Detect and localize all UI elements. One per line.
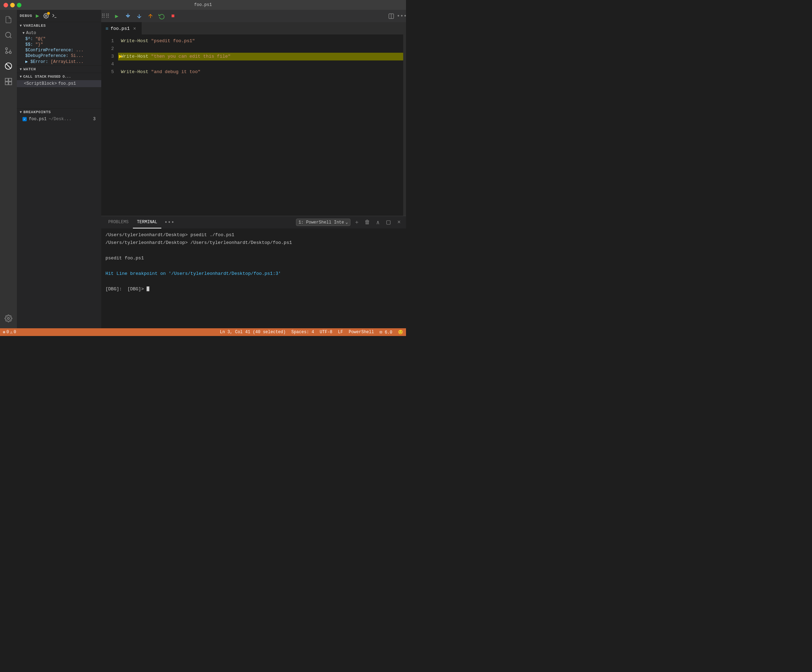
code-line-1: Write-Host "psedit foo.ps1"	[118, 37, 403, 45]
gear-badge	[47, 12, 50, 15]
variables-header[interactable]: ▼ VARIABLES	[17, 22, 101, 29]
terminal-selector[interactable]: 1: PowerShell Inte ⌄	[296, 218, 350, 226]
panel-collapse-button[interactable]: ∧	[374, 218, 382, 227]
tab-terminal[interactable]: TERMINAL	[133, 216, 162, 229]
panel-maximize-button[interactable]	[384, 218, 392, 227]
panel-area: PROBLEMS TERMINAL ••• 1: PowerShell Inte…	[101, 216, 406, 328]
activity-search[interactable]	[2, 28, 15, 42]
activity-bottom	[2, 311, 15, 328]
svg-line-1	[10, 37, 11, 38]
code-line-2	[118, 45, 403, 53]
var-item[interactable]: $DebugPreference: Si...	[17, 53, 101, 59]
drag-handle[interactable]: ⠿⠿	[101, 12, 110, 20]
panel-add-button[interactable]: ＋	[353, 218, 361, 227]
breakpoints-header[interactable]: ▼ BREAKPOINTS	[17, 109, 101, 116]
code-area[interactable]: Write-Host "psedit foo.ps1" ▶ Write-Host…	[118, 34, 403, 216]
callstack-header[interactable]: ▼ CALL STACK PAUSED O...	[17, 73, 101, 80]
scrollbar[interactable]	[403, 34, 406, 216]
debug-stepinto-button[interactable]	[135, 12, 143, 20]
var-item[interactable]: $$: "}"	[17, 42, 101, 48]
activity-git[interactable]	[2, 44, 15, 58]
debug-play-button[interactable]: ▶	[34, 13, 41, 19]
activity-debug[interactable]	[2, 59, 15, 73]
status-position[interactable]: Ln 3, Col 41 (40 selected)	[220, 330, 285, 334]
debug-terminal-button[interactable]	[51, 13, 58, 19]
status-extension[interactable]: ⊡ 6.0	[380, 330, 392, 335]
activity-explorer[interactable]	[2, 13, 15, 27]
window-controls[interactable]	[3, 3, 21, 7]
variables-arrow: ▼	[20, 24, 22, 28]
svg-point-4	[6, 52, 8, 54]
debug-gear-button[interactable]	[43, 13, 49, 19]
terminal-line	[106, 278, 402, 285]
tab-label: foo.ps1	[110, 26, 130, 31]
svg-rect-11	[9, 82, 12, 85]
debug-restart-button[interactable]	[157, 12, 166, 20]
breakpoint-item[interactable]: ✓ foo.ps1 ~/Desk... 3	[17, 116, 101, 123]
debug-stepout-button[interactable]	[146, 12, 155, 20]
svg-point-3	[6, 48, 8, 50]
status-spaces[interactable]: Spaces: 4	[292, 330, 314, 334]
panel-close-button[interactable]: ×	[395, 218, 403, 227]
var-item[interactable]: $ConfirmPreference: ...	[17, 48, 101, 53]
close-button[interactable]	[3, 3, 8, 7]
callstack-empty	[17, 87, 101, 108]
var-item[interactable]: ▶ $Error: [ArrayList...	[17, 59, 101, 65]
terminal-content[interactable]: /Users/tylerleonhardt/Desktop> psedit ./…	[101, 229, 406, 328]
status-errors[interactable]: ⊗ 0 ⚠ 0	[3, 330, 16, 335]
panel-delete-button[interactable]: 🗑	[363, 218, 372, 227]
status-encoding[interactable]: UTF-8	[320, 330, 333, 334]
line-numbers: 1 2 3 4 5	[101, 34, 118, 216]
debug-label: DEBUG	[20, 14, 32, 18]
title-bar: foo.ps1	[0, 0, 406, 10]
debug-continue-button[interactable]: ▶	[113, 12, 121, 20]
status-left: ⊗ 0 ⚠ 0	[3, 330, 16, 335]
editor-content[interactable]: 1 2 3 4 5 Write-Host "psedit foo.ps1"	[101, 34, 406, 216]
watch-header[interactable]: ▼ WATCH	[17, 66, 101, 73]
svg-point-0	[6, 32, 11, 38]
editor-area: ⠿⠿ ▶	[101, 10, 406, 328]
minimize-button[interactable]	[10, 3, 15, 7]
status-right: Ln 3, Col 41 (40 selected) Spaces: 4 UTF…	[220, 330, 403, 335]
svg-point-12	[7, 317, 10, 319]
terminal-line	[106, 247, 402, 254]
status-language[interactable]: PowerShell	[349, 330, 374, 334]
activity-bar	[0, 10, 17, 328]
app-layout: DEBUG ▶ ▼ VARIABLES	[0, 10, 406, 336]
watch-section: ▼ WATCH	[17, 65, 101, 73]
sidebar: DEBUG ▶ ▼ VARIABLES	[17, 10, 101, 328]
watch-label: WATCH	[24, 67, 36, 72]
debug-stepover-button[interactable]	[124, 12, 132, 20]
tab-problems[interactable]: PROBLEMS	[104, 216, 133, 229]
editor-split-button[interactable]	[387, 12, 396, 20]
panel-actions: 1: PowerShell Inte ⌄ ＋ 🗑 ∧ ×	[296, 218, 403, 227]
variables-label: VARIABLES	[24, 24, 46, 28]
var-item[interactable]: $^: "@{"	[17, 36, 101, 42]
debug-arrow: ▶	[118, 53, 124, 60]
breakpoints-section: ▼ BREAKPOINTS ✓ foo.ps1 ~/Desk... 3	[17, 108, 101, 123]
tab-foo-ps1[interactable]: ≡ foo.ps1 ×	[101, 22, 142, 34]
status-bar: ⊗ 0 ⚠ 0 Ln 3, Col 41 (40 selected) Space…	[0, 328, 406, 336]
callstack-section: ▼ CALL STACK PAUSED O... <ScriptBlock> f…	[17, 73, 101, 108]
debug-toolbar: DEBUG ▶	[17, 10, 101, 22]
panel-more-button[interactable]: •••	[161, 219, 177, 226]
code-line-4	[118, 60, 403, 68]
code-line-3: ▶ Write-Host "then you can edit this fil…	[118, 53, 403, 60]
auto-header[interactable]: ▼ Auto	[17, 30, 101, 36]
activity-settings[interactable]	[2, 311, 15, 326]
tab-file-icon: ≡	[106, 26, 108, 32]
terminal-line	[106, 262, 402, 270]
activity-extensions[interactable]	[2, 75, 15, 89]
maximize-button[interactable]	[17, 3, 21, 7]
terminal-line: /Users/tylerleonhardt/Desktop> /Users/ty…	[106, 239, 402, 247]
breakpoint-checkbox[interactable]: ✓	[22, 117, 27, 121]
callstack-item[interactable]: <ScriptBlock> foo.ps1	[17, 80, 101, 87]
window-title: foo.ps1	[194, 2, 212, 7]
tab-close-button[interactable]: ×	[132, 26, 137, 32]
svg-line-7	[6, 64, 11, 68]
debug-stop-button[interactable]: ■	[169, 12, 177, 20]
svg-rect-10	[5, 82, 8, 85]
editor-more-button[interactable]: •••	[397, 12, 406, 20]
breakpoints-label: BREAKPOINTS	[24, 110, 51, 114]
status-line-ending[interactable]: LF	[338, 330, 343, 334]
